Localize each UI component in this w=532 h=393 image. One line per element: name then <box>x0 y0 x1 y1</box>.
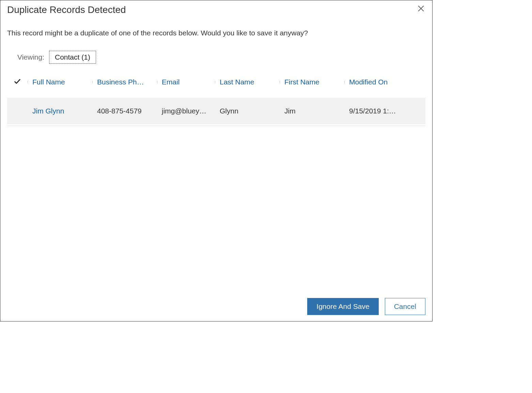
grid-header: Full Name Business Ph… Email Last Name F… <box>7 73 425 91</box>
cell-email: jimg@bluey… <box>157 107 215 115</box>
ignore-and-save-button[interactable]: Ignore And Save <box>307 298 378 315</box>
column-header-first-name[interactable]: First Name <box>280 78 344 86</box>
cell-last-name: Glynn <box>215 107 280 115</box>
column-header-full-name[interactable]: Full Name <box>28 78 92 86</box>
dialog-header: Duplicate Records Detected <box>0 0 432 15</box>
column-select-all[interactable] <box>7 78 28 87</box>
duplicates-grid: Full Name Business Ph… Email Last Name F… <box>7 73 425 126</box>
viewing-row: Viewing: Contact (1) <box>0 37 432 64</box>
viewing-label: Viewing: <box>17 53 44 61</box>
table-row[interactable]: Jim Glynn 408-875-4579 jimg@bluey… Glynn… <box>7 98 425 124</box>
cell-modified-on: 9/15/2019 1:… <box>344 107 406 115</box>
duplicate-records-dialog: Duplicate Records Detected This record m… <box>0 0 433 321</box>
row-divider <box>7 126 425 126</box>
cell-first-name: Jim <box>280 107 344 115</box>
column-header-business-phone[interactable]: Business Ph… <box>92 78 157 86</box>
dialog-message: This record might be a duplicate of one … <box>0 15 432 37</box>
column-header-email[interactable]: Email <box>157 78 215 86</box>
cell-full-name: Jim Glynn <box>28 107 92 115</box>
dialog-footer: Ignore And Save Cancel <box>307 298 425 315</box>
close-icon <box>418 5 424 13</box>
viewing-chip[interactable]: Contact (1) <box>49 51 96 64</box>
dialog-title: Duplicate Records Detected <box>7 4 126 15</box>
column-header-last-name[interactable]: Last Name <box>215 78 280 86</box>
check-icon <box>14 78 21 87</box>
cell-business-phone: 408-875-4579 <box>92 107 157 115</box>
column-header-modified-on[interactable]: Modified On <box>344 78 406 86</box>
record-link[interactable]: Jim Glynn <box>32 107 64 115</box>
cancel-button[interactable]: Cancel <box>385 298 425 315</box>
close-button[interactable] <box>417 4 425 13</box>
